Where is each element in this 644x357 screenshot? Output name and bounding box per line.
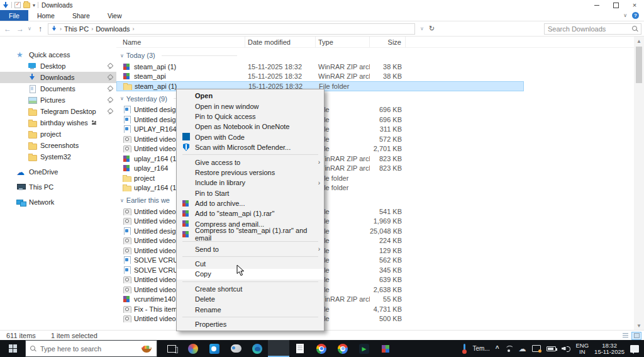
outlook-taskbar-button[interactable]	[204, 340, 225, 357]
minimize-button[interactable]	[587, 0, 606, 10]
notepad-taskbar-button[interactable]	[289, 340, 311, 357]
column-header-type[interactable]: Type	[316, 37, 370, 47]
edge-taskbar-button[interactable]	[247, 340, 268, 357]
sidebar-item-desktop[interactable]: Desktop	[0, 60, 116, 72]
menu-item-include-in-library[interactable]: Include in library›	[177, 178, 324, 188]
ribbon-tab-file[interactable]: File	[0, 10, 28, 21]
column-header-name[interactable]: Name	[116, 37, 245, 47]
sidebar-item-pictures[interactable]: Pictures	[0, 94, 116, 106]
address-dropdown-icon[interactable]: ∨	[420, 26, 425, 31]
scroll-up-icon[interactable]: ▲	[636, 37, 641, 45]
volume-icon[interactable]	[562, 345, 570, 352]
ribbon-tab-share[interactable]: Share	[64, 10, 99, 21]
menu-item-restore-previous-versions[interactable]: Restore previous versions	[177, 167, 324, 178]
sidebar-item-onedrive[interactable]: OneDrive	[0, 166, 116, 178]
language-indicator[interactable]: ENG IN	[576, 343, 589, 355]
group-header-today-3[interactable]: ∨Today (3)	[116, 50, 634, 60]
address-bar[interactable]: › This PC › Downloads ›	[48, 23, 415, 35]
menu-item-create-shortcut[interactable]: Create shortcut	[177, 284, 324, 294]
clock[interactable]: 18:32 15-11-2025	[594, 343, 625, 355]
chevron-down-icon[interactable]: ∨	[120, 96, 124, 101]
breadcrumb-this-pc[interactable]: This PC	[64, 25, 89, 33]
sidebar-item-system32[interactable]: System32	[0, 151, 116, 162]
file-explorer-taskbar-button[interactable]	[268, 340, 289, 357]
chrome-taskbar-button[interactable]	[311, 340, 332, 357]
sidebar-item-this-pc[interactable]: This PC	[0, 181, 116, 193]
ribbon-tab-home[interactable]: Home	[28, 10, 64, 21]
breadcrumb-separator: ›	[133, 26, 135, 32]
battery-icon[interactable]	[547, 346, 556, 351]
start-button[interactable]	[0, 340, 25, 357]
screen-share-icon[interactable]	[532, 345, 541, 352]
downloads-icon	[28, 74, 36, 82]
search-box[interactable]: Search Downloads	[544, 23, 641, 35]
menu-item-add-to-archive[interactable]: Add to archive...	[177, 198, 324, 208]
tray-overflow-icon[interactable]: ^	[496, 345, 499, 352]
menu-item-cut[interactable]: Cut	[177, 259, 324, 269]
ribbon-tab-view[interactable]: View	[99, 10, 131, 21]
menu-item-pin-to-quick-access[interactable]: Pin to Quick access	[177, 111, 324, 122]
breadcrumb-downloads[interactable]: Downloads	[96, 25, 130, 33]
search-icon[interactable]	[632, 26, 638, 31]
sidebar-item-screenshots[interactable]: Screenshots	[0, 140, 116, 151]
menu-item-open-as-notebook-in-onenote[interactable]: Open as Notebook in OneNote	[177, 122, 324, 132]
sidebar-item-telegram-desktop[interactable]: Telegram Desktop	[0, 106, 116, 117]
vertical-scrollbar[interactable]: ▲ ▼	[634, 37, 644, 330]
new-folder-icon[interactable]	[23, 3, 30, 8]
wifi-icon[interactable]	[505, 346, 513, 352]
menu-item-open-with-code[interactable]: Open with Code	[177, 132, 324, 142]
menu-item-delete[interactable]: Delete	[177, 294, 324, 304]
file-row[interactable]: steam_api15-11-2025 18:32WinRAR ZIP arch…	[116, 72, 524, 82]
close-button[interactable]: ×	[625, 0, 644, 10]
photos-taskbar-button[interactable]	[182, 340, 204, 357]
menu-item-rename[interactable]: Rename	[177, 304, 324, 314]
media-player-taskbar-button[interactable]: ▶	[353, 340, 375, 357]
details-view-button[interactable]	[620, 332, 630, 340]
file-row[interactable]: steam_api (1)15-11-2025 18:32WinRAR ZIP …	[116, 62, 524, 72]
help-icon[interactable]: ?	[632, 12, 639, 19]
sidebar-item-documents[interactable]: Documents	[0, 83, 116, 94]
column-header-date-modified[interactable]: Date modified	[245, 37, 316, 47]
onedrive-tray-icon[interactable]: ☁	[519, 345, 526, 353]
customize-toolbar-icon[interactable]: ▾	[33, 3, 35, 8]
sidebar-item-downloads[interactable]: Downloads	[0, 72, 116, 83]
up-button[interactable]: ↑	[35, 25, 45, 33]
menu-item-add-to-steam-api-1-rar[interactable]: Add to "steam_api (1).rar"	[177, 208, 324, 218]
chevron-down-icon[interactable]: ∨	[120, 198, 124, 203]
action-center-icon[interactable]	[630, 345, 639, 353]
thermometer-icon[interactable]	[462, 344, 467, 354]
search-highlight-food-icon[interactable]	[141, 344, 152, 353]
menu-item-compress-to-steam-api-1-rar-and-email[interactable]: Compress to "steam_api (1).rar" and emai…	[177, 229, 324, 239]
menu-item-properties[interactable]: Properties	[177, 319, 324, 329]
sidebar-item-project[interactable]: project	[0, 128, 116, 140]
column-header-size[interactable]: Size	[370, 37, 406, 47]
temperature-label[interactable]: Tem...	[472, 345, 489, 352]
back-button[interactable]: ←	[3, 25, 13, 33]
recent-locations-icon[interactable]: ∨	[28, 26, 33, 31]
winrar-taskbar-button[interactable]	[375, 340, 396, 357]
menu-item-open[interactable]: Open	[177, 91, 324, 101]
menu-item-open-in-new-window[interactable]: Open in new window	[177, 101, 324, 111]
maximize-button[interactable]	[606, 0, 625, 10]
task-view-taskbar-button[interactable]	[161, 340, 182, 357]
refresh-icon[interactable]: ↻	[429, 25, 435, 33]
sidebar-item-quick-access[interactable]: Quick access	[0, 49, 116, 60]
taskbar-search-placeholder: Type here to search	[40, 345, 136, 353]
menu-item-send-to[interactable]: Send to›	[177, 244, 324, 254]
chrome-2-taskbar-button[interactable]	[332, 340, 353, 357]
forward-button[interactable]: →	[15, 25, 25, 33]
menu-item-pin-to-start[interactable]: Pin to Start	[177, 188, 324, 198]
paint-taskbar-button[interactable]	[225, 340, 247, 357]
menu-item-give-access-to[interactable]: Give access to›	[177, 157, 324, 167]
properties-icon[interactable]	[14, 2, 21, 8]
menu-item-copy[interactable]: Copy	[177, 269, 324, 279]
scroll-down-icon[interactable]: ▼	[636, 321, 641, 330]
chevron-down-icon[interactable]: ∨	[120, 53, 124, 59]
thumbnail-view-button[interactable]	[631, 332, 641, 340]
sidebar-item-network[interactable]: Network	[0, 196, 116, 208]
scrollbar-thumb[interactable]	[636, 47, 642, 83]
menu-item-scan-with-microsoft-defender[interactable]: Scan with Microsoft Defender...	[177, 142, 324, 152]
taskbar-search[interactable]: Type here to search	[25, 340, 157, 357]
collapse-ribbon-icon[interactable]: ∨	[623, 13, 627, 18]
sidebar-item-birthday-wishes[interactable]: birthday wishes	[0, 117, 116, 128]
